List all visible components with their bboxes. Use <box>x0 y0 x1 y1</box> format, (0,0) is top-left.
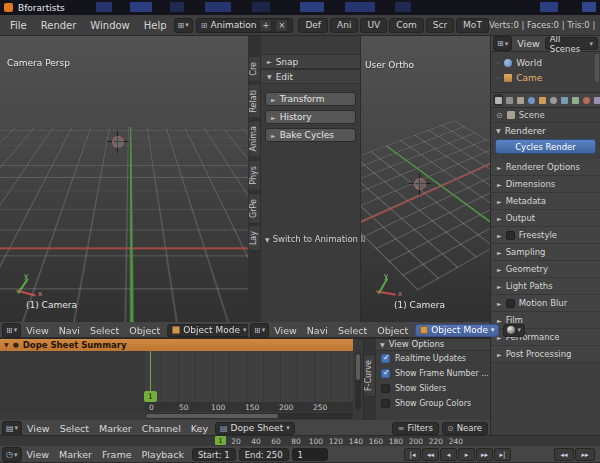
panel-motion-blur[interactable]: ► Motion Blur <box>491 295 600 312</box>
checkbox[interactable] <box>381 354 390 363</box>
snap-mode-dropdown[interactable]: ⊙ Neare <box>442 422 488 435</box>
switch-animation-layout[interactable]: ▼ Switch to Animation lay <box>265 234 365 244</box>
checkbox[interactable] <box>381 399 390 408</box>
tab-grease-pencil[interactable]: GrPe <box>249 193 261 224</box>
menu-key[interactable]: Key <box>186 422 213 435</box>
menu-navi[interactable]: Navi <box>302 324 333 337</box>
tab-physics[interactable]: Phys <box>249 160 261 191</box>
dope-sheet-ruler[interactable]: 0 50 100 150 200 250 <box>145 402 353 412</box>
outliner-item-camera[interactable]: ◦ Came <box>491 70 600 85</box>
jump-back-button[interactable]: ◂◂ <box>554 448 574 461</box>
play-button[interactable]: ▸ <box>458 448 475 461</box>
history-button[interactable]: ► History <box>265 110 356 124</box>
add-layout-button[interactable]: + <box>259 19 272 32</box>
checkbox[interactable] <box>381 369 390 378</box>
checkbox[interactable] <box>381 384 390 393</box>
panel-dimensions[interactable]: ► Dimensions <box>491 176 600 193</box>
tab-render-layers[interactable] <box>504 94 514 106</box>
bake-cycles-button[interactable]: ► Bake Cycles <box>265 128 356 142</box>
tab-animation[interactable]: Anima <box>249 120 261 157</box>
panel-output[interactable]: ► Output <box>491 210 600 227</box>
tab-texture[interactable] <box>592 94 600 106</box>
outliner-scope-dropdown[interactable]: All Scenes ▾ <box>545 37 598 50</box>
viewport-shading-dropdown[interactable]: ▾ <box>503 324 525 337</box>
menu-file[interactable]: File <box>3 18 34 33</box>
jump-to-start-button[interactable]: |◂ <box>404 448 421 461</box>
panel-renderer-options[interactable]: ► Renderer Options <box>491 159 600 176</box>
outliner-scrollbar[interactable] <box>595 54 599 82</box>
next-keyframe-button[interactable]: ▸▸ <box>476 448 493 461</box>
tab-scene[interactable] <box>515 94 525 106</box>
render-engine-dropdown[interactable]: Cycles Render <box>495 139 596 154</box>
menu-select[interactable]: Select <box>333 324 372 337</box>
dope-sheet-grid[interactable] <box>145 351 353 404</box>
panel-freestyle[interactable]: ► Freestyle <box>491 227 600 244</box>
viewport-camera-persp[interactable]: Camera Persp x y (1) Camera <box>0 36 248 322</box>
current-frame-badge[interactable]: 1 <box>144 391 157 402</box>
menu-navi[interactable]: Navi <box>54 324 85 337</box>
play-reverse-button[interactable]: ◂ <box>440 448 457 461</box>
pin-icon[interactable]: ⊙ <box>496 111 503 120</box>
menu-object[interactable]: Object <box>372 324 413 337</box>
3d-cursor[interactable] <box>414 178 426 190</box>
tab-f-curve[interactable]: F-Curve <box>364 354 376 397</box>
tab-object[interactable] <box>537 94 547 106</box>
dope-sheet-summary-row[interactable]: ▼ ● Dope Sheet Summary <box>0 338 353 351</box>
tab-render[interactable] <box>493 94 503 106</box>
menu-view[interactable]: View <box>22 448 55 461</box>
layout-button-scr[interactable]: Scr <box>426 18 454 33</box>
current-frame-badge[interactable]: 1 <box>215 436 226 445</box>
outliner-item-world[interactable]: ◦ World <box>491 55 600 70</box>
tab-create[interactable]: Cre <box>249 56 261 82</box>
mode-dropdown[interactable]: Object Mode ▾ <box>167 324 251 337</box>
tab-constraints[interactable] <box>548 94 558 106</box>
tab-material[interactable] <box>581 94 591 106</box>
menu-channel[interactable]: Channel <box>137 422 186 435</box>
transform-button[interactable]: ► Transform <box>265 92 356 106</box>
delete-layout-button[interactable]: × <box>275 19 288 32</box>
horizontal-scrollbar[interactable] <box>145 413 353 419</box>
menu-marker[interactable]: Marker <box>94 422 137 435</box>
layout-button-com[interactable]: Com <box>389 18 424 33</box>
screen-layout-selector[interactable]: ⊞ Animation + × <box>196 18 294 33</box>
panel-geometry[interactable]: ► Geometry <box>491 261 600 278</box>
panel-edit[interactable]: ▼ Edit <box>261 69 360 84</box>
menu-view[interactable]: View <box>22 422 55 435</box>
menu-select[interactable]: Select <box>85 324 124 337</box>
menu-help[interactable]: Help <box>137 18 174 33</box>
layout-button-def[interactable]: Def <box>298 18 328 33</box>
editor-type-button[interactable]: ◷ ▾ <box>2 447 22 462</box>
menu-view[interactable]: View <box>21 324 54 337</box>
motion-blur-checkbox[interactable] <box>506 299 515 308</box>
jump-forward-button[interactable]: ▸▸ <box>575 448 595 461</box>
editor-type-button[interactable]: ⊞ ▾ <box>250 323 269 338</box>
layout-button-mot[interactable]: MoT <box>456 18 489 33</box>
menu-frame[interactable]: Frame <box>97 448 137 461</box>
tab-layers[interactable]: Lay <box>249 225 261 251</box>
tab-relations[interactable]: Relati <box>249 84 261 119</box>
renderer-section-header[interactable]: ▼ Renderer <box>491 123 600 138</box>
panel-sampling[interactable]: ► Sampling <box>491 244 600 261</box>
jump-to-end-button[interactable]: ▸| <box>494 448 511 461</box>
3d-cursor[interactable] <box>112 136 124 148</box>
option-realtime-updates[interactable]: Realtime Updates <box>376 351 490 366</box>
menu-view[interactable]: View <box>514 37 543 50</box>
menu-window[interactable]: Window <box>83 18 136 33</box>
option-show-frame-number[interactable]: Show Frame Number ... <box>376 366 490 381</box>
layout-button-uv[interactable]: UV <box>360 18 387 33</box>
tab-world[interactable] <box>526 94 536 106</box>
viewport-user-ortho[interactable]: User Ortho x y (1) Camera Cre Relati Ani… <box>248 36 490 322</box>
menu-view[interactable]: View <box>269 324 302 337</box>
panel-post-processing[interactable]: ► Post Processing <box>491 346 600 363</box>
panel-metadata[interactable]: ► Metadata <box>491 193 600 210</box>
menu-render[interactable]: Render <box>34 18 84 33</box>
start-frame-field[interactable]: Start: 1 <box>192 448 236 461</box>
panel-light-paths[interactable]: ► Light Paths <box>491 278 600 295</box>
view-options-header[interactable]: ▼ View Options <box>376 338 490 351</box>
panel-snap[interactable]: ► Snap <box>261 54 360 69</box>
editor-type-button[interactable]: ⊞ ▾ <box>493 36 512 51</box>
prev-keyframe-button[interactable]: ◂◂ <box>422 448 439 461</box>
menu-marker[interactable]: Marker <box>54 448 97 461</box>
mode-dropdown[interactable]: Object Mode ▾ <box>415 324 499 337</box>
menu-object[interactable]: Object <box>124 324 165 337</box>
